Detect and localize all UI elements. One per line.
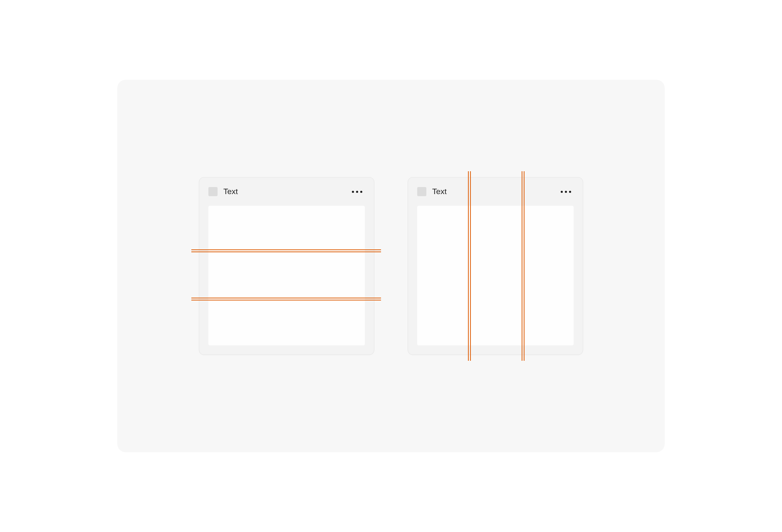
canvas: Text Text — [117, 80, 665, 452]
card-vertical-split: Text — [408, 177, 583, 355]
card-header: Text — [199, 177, 374, 206]
dot-icon — [356, 191, 358, 193]
content-area — [208, 206, 365, 345]
card-header-left: Text — [417, 187, 447, 196]
more-options-button[interactable] — [349, 188, 365, 195]
placeholder-icon — [208, 187, 218, 196]
dot-icon — [360, 191, 362, 193]
dot-icon — [569, 191, 571, 193]
card-title: Text — [432, 187, 447, 196]
dot-icon — [561, 191, 563, 193]
card-horizontal-split: Text — [199, 177, 374, 355]
card-body — [408, 206, 583, 355]
card-title: Text — [223, 187, 238, 196]
card-header-left: Text — [208, 187, 238, 196]
content-area — [417, 206, 574, 345]
dot-icon — [565, 191, 567, 193]
card-body — [199, 206, 374, 355]
placeholder-icon — [417, 187, 426, 196]
more-options-button[interactable] — [558, 188, 574, 195]
card-header: Text — [408, 177, 583, 206]
dot-icon — [352, 191, 354, 193]
